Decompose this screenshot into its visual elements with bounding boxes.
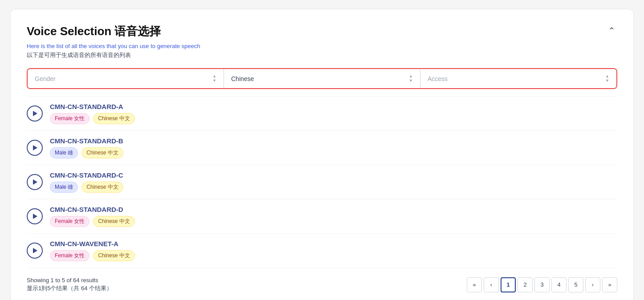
subtitle-en: Here is the list of all the voices that … xyxy=(27,43,200,49)
pagination-first[interactable]: « xyxy=(467,277,482,292)
header-text: Voice Selection 语音选择 Here is the list of… xyxy=(27,24,200,59)
voice-tag: Male 雄 xyxy=(50,147,78,158)
list-item: CMN-CN-STANDARD-DFemale 女性Chinese 中文 xyxy=(27,199,617,234)
voice-tag: Chinese 中文 xyxy=(93,216,135,227)
list-item: CMN-CN-STANDARD-CMale 雄Chinese 中文 xyxy=(27,165,617,199)
play-icon xyxy=(33,111,37,116)
list-item: CMN-CN-STANDARD-AFemale 女性Chinese 中文 xyxy=(27,96,617,131)
play-button[interactable] xyxy=(27,105,43,122)
gender-filter-arrows: ▲ ▼ xyxy=(212,74,216,83)
play-icon xyxy=(33,179,37,185)
list-item: CMN-CN-STANDARD-BMale 雄Chinese 中文 xyxy=(27,131,617,165)
play-button[interactable] xyxy=(27,140,43,156)
pagination-last[interactable]: » xyxy=(602,277,617,292)
play-icon xyxy=(33,214,37,219)
subtitle-zh: 以下是可用于生成语音的所有语音的列表 xyxy=(27,51,200,59)
voice-tags: Female 女性Chinese 中文 xyxy=(50,250,617,261)
voice-info: CMN-CN-STANDARD-CMale 雄Chinese 中文 xyxy=(50,171,617,193)
voice-info: CMN-CN-STANDARD-AFemale 女性Chinese 中文 xyxy=(50,103,617,124)
voice-tag: Female 女性 xyxy=(50,216,90,227)
voice-name: CMN-CN-STANDARD-D xyxy=(50,206,617,213)
voice-info: CMN-CN-STANDARD-DFemale 女性Chinese 中文 xyxy=(50,206,617,227)
pagination-page-2[interactable]: 2 xyxy=(518,277,533,292)
filter-row: Gender ▲ ▼ Chinese ▲ ▼ Access ▲ ▼ xyxy=(27,68,617,89)
collapse-button[interactable]: ⌃ xyxy=(606,24,617,38)
voice-selection-card: Voice Selection 语音选择 Here is the list of… xyxy=(10,9,634,300)
pagination-page-5[interactable]: 5 xyxy=(568,277,583,292)
results-info: Showing 1 to 5 of 64 results 显示1到5个结果（共 … xyxy=(27,277,112,292)
play-icon xyxy=(33,248,37,253)
voice-tag: Female 女性 xyxy=(50,113,90,124)
voice-tags: Female 女性Chinese 中文 xyxy=(50,113,617,124)
access-filter-label: Access xyxy=(428,75,448,82)
pagination-page-3[interactable]: 3 xyxy=(534,277,550,292)
pagination: «‹12345›» xyxy=(467,277,617,292)
page-title: Voice Selection 语音选择 xyxy=(27,24,200,39)
list-item: CMN-CN-WAVENET-AFemale 女性Chinese 中文 xyxy=(27,234,617,268)
voice-info: CMN-CN-STANDARD-BMale 雄Chinese 中文 xyxy=(50,137,617,158)
access-filter[interactable]: Access ▲ ▼ xyxy=(420,69,616,88)
voice-tag: Female 女性 xyxy=(50,250,90,261)
language-filter-value: Chinese xyxy=(231,75,254,82)
voice-tag: Chinese 中文 xyxy=(82,182,123,193)
play-button[interactable] xyxy=(27,208,43,224)
gender-filter[interactable]: Gender ▲ ▼ xyxy=(28,69,224,88)
gender-filter-label: Gender xyxy=(35,75,56,82)
results-count-zh: 显示1到5个结果（共 64 个结果） xyxy=(27,284,112,292)
voice-name: CMN-CN-STANDARD-C xyxy=(50,171,617,179)
footer: Showing 1 to 5 of 64 results 显示1到5个结果（共 … xyxy=(27,277,617,292)
voice-name: CMN-CN-WAVENET-A xyxy=(50,240,617,247)
voice-tags: Male 雄Chinese 中文 xyxy=(50,182,617,193)
play-button[interactable] xyxy=(27,174,43,190)
pagination-page-1[interactable]: 1 xyxy=(501,277,516,292)
voice-tag: Chinese 中文 xyxy=(93,250,135,261)
pagination-page-4[interactable]: 4 xyxy=(551,277,567,292)
pagination-prev[interactable]: ‹ xyxy=(484,277,499,292)
voice-info: CMN-CN-WAVENET-AFemale 女性Chinese 中文 xyxy=(50,240,617,261)
card-header: Voice Selection 语音选择 Here is the list of… xyxy=(27,24,617,59)
pagination-next[interactable]: › xyxy=(585,277,600,292)
voice-name: CMN-CN-STANDARD-A xyxy=(50,103,617,110)
voice-tag: Chinese 中文 xyxy=(82,147,123,158)
language-filter-arrows: ▲ ▼ xyxy=(409,74,413,83)
voice-tag: Male 雄 xyxy=(50,182,78,193)
play-button[interactable] xyxy=(27,243,43,259)
access-filter-arrows: ▲ ▼ xyxy=(605,74,609,83)
voice-tags: Male 雄Chinese 中文 xyxy=(50,147,617,158)
play-icon xyxy=(33,145,37,150)
language-filter[interactable]: Chinese ▲ ▼ xyxy=(224,69,420,88)
voice-tag: Chinese 中文 xyxy=(93,113,135,124)
voice-name: CMN-CN-STANDARD-B xyxy=(50,137,617,145)
results-count-en: Showing 1 to 5 of 64 results xyxy=(27,277,112,284)
voice-tags: Female 女性Chinese 中文 xyxy=(50,216,617,227)
voice-list: CMN-CN-STANDARD-AFemale 女性Chinese 中文CMN-… xyxy=(27,96,617,268)
